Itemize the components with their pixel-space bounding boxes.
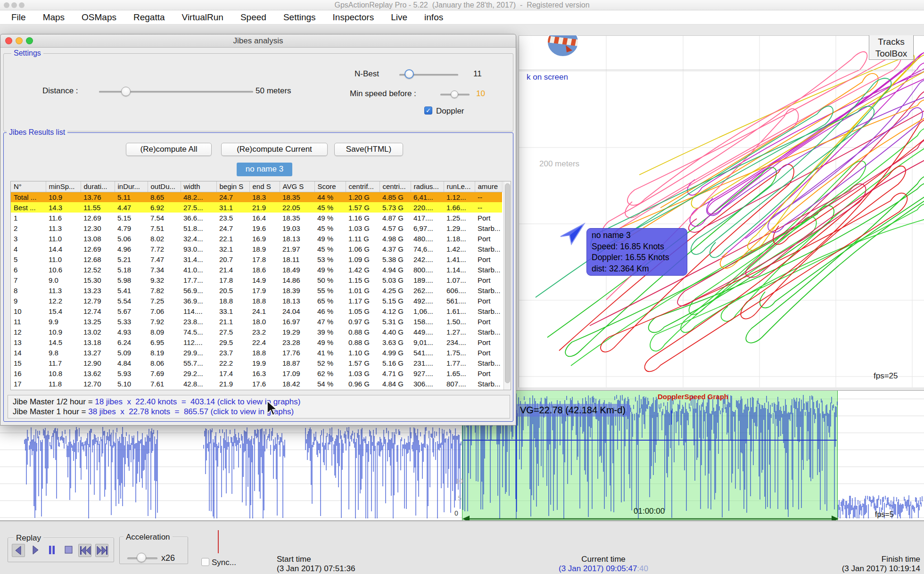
current-time-label: Current time xyxy=(519,555,688,564)
table-row[interactable]: 610.612.525.187.3441.0...21.418.618.4949… xyxy=(11,264,502,275)
summary-prefix: Jibe Master 1/2 hour = xyxy=(13,397,95,406)
distance-label: Distance : xyxy=(42,86,78,96)
current-time-suffix: :40 xyxy=(637,564,648,573)
doppler-checkbox[interactable]: ✓ xyxy=(424,107,432,115)
sync-label: Sync... xyxy=(212,558,236,567)
map-panel[interactable]: k on screen 200 meters fps=25 no name 3 … xyxy=(519,35,924,387)
offset-marker xyxy=(218,530,219,553)
column-header[interactable]: end S xyxy=(249,181,280,192)
column-header[interactable]: AVG S xyxy=(280,181,314,192)
avg-speed-label: VG=22.78 (42.184 Km-d) xyxy=(515,404,630,417)
column-header[interactable]: inDur... xyxy=(115,181,148,192)
map-fps-label: fps=25 xyxy=(874,371,898,381)
summary-value-link[interactable]: 38 jibes x 22.78 knots = 865.57 (click t… xyxy=(88,407,294,416)
table-scrollbar-thumb[interactable] xyxy=(505,183,510,383)
column-header[interactable]: outDu... xyxy=(148,181,181,192)
tracks-toolbox-button[interactable]: Tracks ToolBox xyxy=(869,34,914,60)
finish-time-value: (3 Jan 2017) 10:19:14 xyxy=(801,564,920,574)
menu-item-speed[interactable]: Speed xyxy=(240,12,266,23)
mouse-cursor xyxy=(266,401,279,417)
jibe-master-one-hour[interactable]: Jibe Master 1 hour = 38 jibes x 22.78 kn… xyxy=(13,407,505,417)
table-row[interactable]: 414.412.694.967.7293.0...32.118.921.9745… xyxy=(11,244,502,254)
menu-item-regatta[interactable]: Regatta xyxy=(133,12,165,23)
replay-label: Replay xyxy=(14,533,43,543)
table-row[interactable]: 1511.712.904.848.0655.7...22.219.918.875… xyxy=(11,358,502,368)
pause-button[interactable] xyxy=(46,544,59,557)
transport-bar: Replay Acceleration x26 xyxy=(0,521,924,574)
y-axis-label-10: 10 xyxy=(455,477,463,485)
minspeed-slider-thumb[interactable] xyxy=(451,90,458,98)
column-header[interactable]: centri... xyxy=(380,181,411,192)
menu-bar: FileMapsOSMapsRegattaVirtualRunSpeedSett… xyxy=(0,10,924,25)
acceleration-group: Acceleration x26 xyxy=(119,537,188,564)
column-header[interactable]: Score xyxy=(314,181,346,192)
table-row[interactable]: 79.015.305.989.3217.7...17.814.914.8650 … xyxy=(11,275,502,285)
table-row[interactable]: 1610.813.625.937.6929.2...17.416.317.096… xyxy=(11,368,502,378)
table-row[interactable]: 149.813.275.098.1929.9...23.718.817.7641… xyxy=(11,347,502,358)
menu-item-settings[interactable]: Settings xyxy=(283,12,316,23)
tooltip-track-name: no name 3 xyxy=(592,230,682,241)
track-tooltip: no name 3 Speed: 16.85 Knots Doppler: 16… xyxy=(586,228,687,276)
acceleration-slider-thumb[interactable] xyxy=(137,553,146,562)
play-button[interactable] xyxy=(29,544,42,557)
results-group-label: Jibes Results list xyxy=(7,128,67,137)
map-scale-label: 200 meters xyxy=(539,159,579,169)
column-header[interactable]: runLe... xyxy=(444,181,475,192)
table-row[interactable]: 119.913.255.337.9223.8...21.118.016.9747… xyxy=(11,316,502,327)
column-header[interactable]: width xyxy=(181,181,216,192)
table-row[interactable]: 811.313.235.417.8256.9...20.517.918.3955… xyxy=(11,285,502,295)
table-row[interactable]: 111.612.695.157.5436.6...23.516.418.3549… xyxy=(11,213,502,223)
menu-item-live[interactable]: Live xyxy=(391,12,407,23)
table-row[interactable]: 912.212.795.547.2536.9...18.818.818.1365… xyxy=(11,295,502,306)
window-title: Jibes analysis xyxy=(0,36,516,46)
column-header[interactable]: N° xyxy=(11,181,46,192)
menu-item-inspectors[interactable]: Inspectors xyxy=(333,12,374,23)
start-time-value: (3 Jan 2017) 07:51:36 xyxy=(277,564,355,574)
skip-to-end-button[interactable] xyxy=(95,544,108,557)
table-row[interactable]: 1210.913.024.938.0974.5...27.523.219.293… xyxy=(11,327,502,337)
menu-item-virtualrun[interactable]: VirtualRun xyxy=(182,12,223,23)
app-title: GpsActionReplay Pro - 5.22 (January the … xyxy=(0,1,924,9)
step-back-button[interactable] xyxy=(12,544,25,557)
column-header[interactable]: minSp... xyxy=(46,181,81,192)
skip-to-start-button[interactable] xyxy=(78,544,91,557)
column-header[interactable]: radius... xyxy=(411,181,444,192)
settings-group: Settings Distance : 50 meters N-Best 11 … xyxy=(3,53,513,131)
stop-button[interactable] xyxy=(63,544,76,557)
column-header[interactable]: begin S xyxy=(216,181,249,192)
jibes-window-titlebar[interactable]: Jibes analysis xyxy=(0,34,516,48)
table-row[interactable]: Total ...10.913.765.118.6548.2...24.718.… xyxy=(11,192,502,202)
table-row[interactable]: 1015.412.745.677.06114....33.124.124.044… xyxy=(11,306,502,316)
menu-item-maps[interactable]: Maps xyxy=(43,12,65,23)
recompute-current-button[interactable]: (Re)compute Current xyxy=(221,143,328,156)
save-html-button[interactable]: Save(HTML) xyxy=(334,143,403,156)
tracks-toolbox-line1: Tracks xyxy=(869,36,913,48)
menu-item-infos[interactable]: infos xyxy=(424,12,443,23)
table-row[interactable]: 1314.513.186.246.95112....29.522.423.284… xyxy=(11,337,502,347)
column-header[interactable]: amure xyxy=(475,181,502,192)
tooltip-speed: Speed: 16.85 Knots xyxy=(592,241,682,253)
table-scrollbar[interactable] xyxy=(503,181,511,390)
jibes-analysis-window: Jibes analysis Settings Distance : 50 me… xyxy=(0,34,516,426)
table-row[interactable]: 1711.812.705.107.6142.8...21.917.618.425… xyxy=(11,378,502,389)
distance-slider-thumb[interactable] xyxy=(121,87,131,96)
table-row[interactable]: 311.013.085.068.0232.4...22.116.918.1349… xyxy=(11,233,502,244)
results-table-container: N°minSp...durati...inDur...outDu...width… xyxy=(10,181,511,390)
minspeed-label: Min speed before : xyxy=(350,89,416,98)
selected-track-chip[interactable]: no name 3 xyxy=(237,163,292,176)
table-row[interactable]: 511.012.685.217.4731.4...20.717.818.1153… xyxy=(11,254,502,264)
zone-duration-label: 01:00:00 xyxy=(634,507,665,516)
column-header[interactable]: durati... xyxy=(81,181,115,192)
column-header[interactable]: centrif... xyxy=(346,181,380,192)
table-row[interactable]: 211.312.304.797.5151.8...24.719.619.0345… xyxy=(11,223,502,233)
menu-item-osmaps[interactable]: OSMaps xyxy=(82,12,116,23)
table-row[interactable]: Best ...14.311.554.476.9227.5...31.121.9… xyxy=(11,202,502,213)
menu-item-file[interactable]: File xyxy=(11,12,26,23)
recompute-all-button[interactable]: (Re)compute All xyxy=(126,143,212,156)
nbest-slider-thumb[interactable] xyxy=(404,69,414,79)
sync-checkbox[interactable]: ✓ xyxy=(201,558,209,566)
tooltip-doppler: Doppler: 16.55 Knots xyxy=(592,252,682,263)
jibe-master-half-hour[interactable]: Jibe Master 1/2 hour = 18 jibes x 22.40 … xyxy=(13,397,505,407)
graph-fps-label: fps=5 xyxy=(875,510,894,519)
rider-arrow-icon[interactable] xyxy=(560,222,586,246)
